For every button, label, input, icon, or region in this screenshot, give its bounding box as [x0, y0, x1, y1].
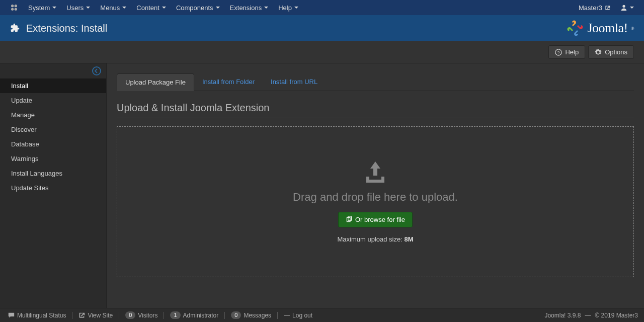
- sidebar-item-label: Manage: [11, 111, 35, 119]
- messages-count-badge: 0: [231, 311, 241, 319]
- sidebar-item-install-languages[interactable]: Install Languages: [0, 166, 106, 181]
- sidebar-item-label: Install Languages: [11, 170, 62, 177]
- footer-visitors[interactable]: 0 Visitors: [123, 310, 159, 320]
- menu-menus[interactable]: Menus: [95, 1, 131, 15]
- options-button[interactable]: Options: [588, 45, 634, 59]
- chevron-down-icon: [52, 7, 56, 9]
- max-upload-label: Maximum upload size:: [337, 235, 404, 243]
- sidebar-item-install[interactable]: Install: [0, 78, 106, 93]
- svg-point-2: [11, 8, 14, 11]
- tab-install-folder[interactable]: Install from Folder: [194, 73, 263, 91]
- gear-icon: [595, 49, 602, 56]
- divider: [72, 312, 72, 319]
- button-label: Options: [605, 48, 627, 56]
- user-menu[interactable]: [615, 1, 639, 14]
- menu-users[interactable]: Users: [61, 1, 95, 15]
- menu-extensions[interactable]: Extensions: [225, 1, 274, 15]
- menu-label: Help: [278, 4, 292, 12]
- joomla-home-icon[interactable]: [5, 1, 23, 15]
- sidebar-item-update[interactable]: Update: [0, 93, 106, 108]
- sidebar-item-discover[interactable]: Discover: [0, 122, 106, 137]
- footer-label: Multilingual Status: [17, 312, 66, 319]
- sidebar-collapse[interactable]: [0, 63, 106, 78]
- sidebar-item-database[interactable]: Database: [0, 137, 106, 151]
- comment-icon: [8, 312, 15, 318]
- footer-label: Messages: [244, 312, 271, 319]
- footer-sep: —: [585, 312, 591, 319]
- chevron-down-icon: [294, 7, 298, 9]
- footer-version: Joomla! 3.9.8: [544, 312, 581, 319]
- divider: [119, 312, 119, 319]
- joomla-brand-logo[interactable]: Joomla! ®: [566, 19, 634, 37]
- footer-logout[interactable]: — Log out: [282, 310, 314, 320]
- puzzle-icon: [10, 23, 20, 33]
- upload-dropzone[interactable]: Drag and drop file here to upload. Or br…: [117, 126, 634, 277]
- sidebar-item-label: Update: [11, 97, 32, 104]
- chevron-down-icon: [216, 7, 220, 9]
- menu-content[interactable]: Content: [131, 1, 171, 15]
- menu-components[interactable]: Components: [171, 1, 225, 15]
- chevron-down-icon: [630, 7, 634, 9]
- chevron-down-icon: [264, 7, 268, 9]
- main-wrap: Install Update Manage Discover Database …: [0, 63, 644, 308]
- copy-icon: [346, 216, 352, 223]
- svg-point-0: [11, 5, 14, 7]
- sidebar-item-update-sites[interactable]: Update Sites: [0, 181, 106, 195]
- status-bar: Multilingual Status View Site 0 Visitors…: [0, 308, 644, 322]
- visitors-count-badge: 0: [125, 311, 135, 319]
- menu-label: System: [28, 4, 50, 12]
- footer-administrators[interactable]: 1 Administrator: [168, 310, 220, 320]
- external-link-icon: [605, 5, 610, 11]
- sidebar: Install Update Manage Discover Database …: [0, 63, 107, 308]
- tab-install-url[interactable]: Install from URL: [263, 73, 326, 91]
- dropzone-text: Drag and drop file here to upload.: [293, 191, 458, 204]
- admins-count-badge: 1: [170, 311, 180, 319]
- page-header: Extensions: Install Joomla! ®: [0, 15, 644, 41]
- menu-help[interactable]: Help: [273, 1, 303, 15]
- top-menu-bar: System Users Menus Content Components Ex…: [0, 0, 644, 15]
- menu-label: Components: [176, 4, 213, 12]
- sidebar-list: Install Update Manage Discover Database …: [0, 78, 106, 195]
- joomla-icon: [10, 4, 18, 12]
- question-circle-icon: ?: [555, 49, 562, 56]
- toolbar: ? Help Options: [0, 41, 644, 63]
- footer-multilingual[interactable]: Multilingual Status: [6, 310, 68, 320]
- page-subtitle: Upload & Install Joomla Extension: [117, 102, 634, 118]
- page-title: Extensions: Install: [26, 23, 107, 34]
- footer-copyright: © 2019 Master3: [595, 312, 638, 319]
- svg-text:?: ?: [557, 50, 560, 55]
- external-link-icon: [78, 312, 85, 318]
- footer-label: Visitors: [138, 312, 157, 319]
- site-frontend-link[interactable]: Master3: [574, 1, 615, 15]
- menu-label: Content: [136, 4, 159, 12]
- chevron-down-icon: [122, 7, 126, 9]
- svg-rect-7: [347, 217, 350, 221]
- browse-file-button[interactable]: Or browse for file: [338, 212, 413, 227]
- sidebar-item-manage[interactable]: Manage: [0, 108, 106, 122]
- svg-point-4: [622, 5, 625, 8]
- footer-messages[interactable]: 0 Messages: [229, 310, 273, 320]
- divider: [224, 312, 225, 319]
- help-button[interactable]: ? Help: [548, 45, 585, 59]
- menu-label: Menus: [100, 4, 120, 12]
- upload-icon: [363, 160, 387, 183]
- sidebar-item-label: Update Sites: [11, 184, 48, 192]
- footer-label: View Site: [88, 312, 113, 319]
- site-name: Master3: [579, 4, 602, 12]
- svg-point-3: [15, 8, 17, 11]
- chevron-down-icon: [86, 7, 90, 9]
- menu-system[interactable]: System: [23, 1, 61, 15]
- max-upload-size: Maximum upload size: 8M: [337, 235, 413, 243]
- brand-text: Joomla!: [587, 21, 627, 36]
- max-upload-value: 8M: [404, 235, 413, 243]
- joomla-icon: [566, 19, 584, 37]
- tab-label: Upload Package File: [125, 78, 186, 86]
- tab-label: Install from Folder: [202, 78, 255, 86]
- footer-label: Administrator: [183, 312, 219, 319]
- sidebar-item-warnings[interactable]: Warnings: [0, 151, 106, 166]
- tab-upload-package[interactable]: Upload Package File: [117, 73, 194, 91]
- sidebar-item-label: Warnings: [11, 155, 38, 163]
- install-tabs: Upload Package File Install from Folder …: [117, 73, 634, 91]
- chevron-down-icon: [162, 7, 166, 9]
- footer-view-site[interactable]: View Site: [76, 310, 115, 320]
